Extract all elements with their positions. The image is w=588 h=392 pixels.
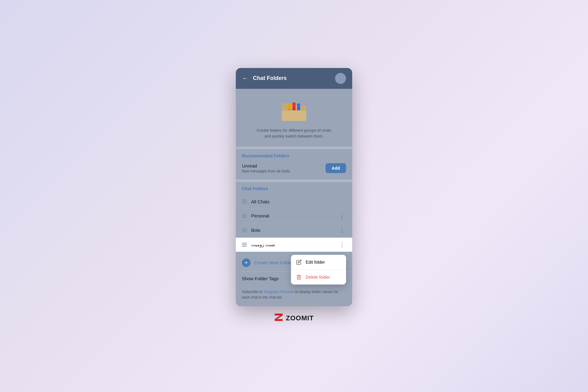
zoomit-z-letter	[274, 312, 284, 324]
recommended-item-desc: New messages from all chats.	[242, 169, 291, 173]
svg-rect-5	[282, 109, 306, 111]
chat-folders-section-title: Chat Folders	[242, 186, 346, 191]
add-unread-button[interactable]: Add	[326, 163, 346, 173]
illustration-section: Create folders for different groups of c…	[236, 89, 352, 147]
subscribe-section: Subscribe to Telegram Premium to display…	[236, 285, 352, 306]
more-button-personal[interactable]: ⋮	[338, 213, 346, 219]
zoomit-logo: ZOOMIT	[274, 312, 314, 324]
more-button-test-zoomit[interactable]: ⋮	[338, 242, 346, 247]
subscribe-text: Subscribe to Telegram Premium to display…	[242, 289, 346, 300]
folder-item-test-zoomit[interactable]: تست زومیت ⋮	[236, 238, 352, 252]
folder-name-test-zoomit: تست زومیت	[251, 242, 338, 247]
header-title: Chat Folders	[253, 75, 287, 81]
recommended-item-name: Unread	[242, 163, 291, 168]
avatar	[335, 73, 346, 84]
more-button-bots[interactable]: ⋮	[338, 228, 346, 233]
create-folder-label: Create New Folder	[254, 260, 293, 265]
show-folder-tags-label: Show Folder Tags	[242, 276, 279, 281]
brand-section: ZOOMIT	[274, 312, 314, 324]
plus-icon: +	[242, 258, 251, 267]
folder-name-all-chats: All Chats	[251, 199, 346, 204]
back-button[interactable]: ←	[242, 75, 248, 82]
delete-icon	[296, 274, 302, 280]
folder-item-all-chats[interactable]: All Chats	[242, 195, 346, 209]
drag-handle-all-chats	[242, 200, 247, 203]
drag-handle-personal	[242, 214, 247, 218]
edit-icon	[296, 259, 302, 265]
recommended-item-unread: Unread New messages from all chats. Add	[242, 162, 346, 175]
drag-handle-test-zoomit	[242, 243, 247, 247]
svg-marker-6	[275, 314, 283, 321]
recommended-section-title: Recommended Folders	[242, 153, 346, 158]
folder-name-bots: Bots	[251, 228, 338, 233]
folder-item-bots[interactable]: Bots ⋮	[242, 223, 346, 238]
context-menu: Edit folder Delete folder	[291, 255, 346, 285]
drag-handle-bots	[242, 228, 247, 232]
delete-folder-label: Delete folder	[306, 275, 330, 280]
telegram-premium-link[interactable]: Telegram Premium	[263, 290, 294, 294]
chat-folders-section: Chat Folders All Chats Personal ⋮ Bots ⋮	[236, 182, 352, 254]
header: ← Chat Folders	[236, 68, 352, 89]
recommended-section: Recommended Folders Unread New messages …	[236, 149, 352, 179]
delete-folder-menu-item[interactable]: Delete folder	[291, 270, 346, 285]
edit-folder-label: Edit folder	[306, 260, 325, 265]
folder-item-personal[interactable]: Personal ⋮	[242, 209, 346, 223]
folder-name-personal: Personal	[251, 213, 338, 218]
edit-folder-menu-item[interactable]: Edit folder	[291, 255, 346, 270]
illustration-text: Create folders for different groups of c…	[254, 127, 334, 139]
phone-container: ← Chat Folders Create folders for differ…	[236, 68, 352, 306]
folder-illustration	[280, 98, 308, 123]
zoomit-name: ZOOMIT	[286, 314, 314, 322]
